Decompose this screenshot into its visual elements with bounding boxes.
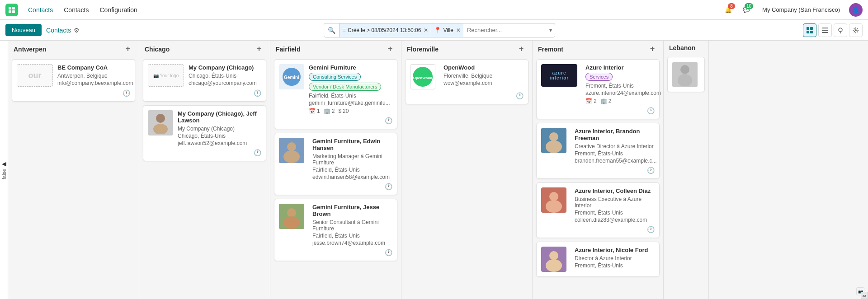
card-openwood[interactable]: OpenWood OpenWood Florenville, Belgique …: [405, 59, 528, 104]
kanban-view-btn[interactable]: [803, 23, 816, 37]
kanban-icon: [807, 27, 813, 33]
search-icon[interactable]: 🔍: [324, 27, 339, 34]
settings-icon: [853, 27, 859, 33]
contacts-settings-icon[interactable]: ⚙: [74, 27, 80, 34]
svg-text:OpenWood: OpenWood: [413, 76, 433, 80]
be-company-location: Antwerpen, Belgique: [57, 73, 133, 79]
svg-rect-0: [9, 7, 11, 9]
tag-services: Services: [585, 73, 613, 81]
clock-icon[interactable]: 🕐: [647, 167, 655, 174]
col-add-fairfield[interactable]: +: [385, 44, 396, 54]
column-antwerpen: Antwerpen + our BE Company CoA Antwerpen…: [8, 41, 139, 299]
col-title-chicago: Chicago: [145, 46, 170, 53]
col-cards-chicago: 📷 Your logo My Company (Chicago) Chicago…: [139, 57, 270, 299]
column-fremont: Fremont + azureinterior Azure Interior S…: [533, 41, 664, 299]
breadcrumb-contacts-label[interactable]: Contacts: [46, 27, 71, 34]
svg-point-15: [153, 124, 168, 134]
card-jeff-lawson[interactable]: 📷 My Company (Chicago), Jeff Lawson My C…: [143, 105, 266, 161]
colleen-role: Business Executive à Azure Interior: [575, 196, 655, 209]
clock-icon[interactable]: 🕐: [647, 226, 655, 233]
company-selector[interactable]: My Company (San Francisco): [758, 5, 844, 15]
sidebar-toggle[interactable]: ◀ false: [0, 41, 8, 299]
svg-point-14: [156, 114, 165, 123]
clock-icon[interactable]: 🕐: [254, 149, 261, 156]
card-azure-interior[interactable]: azureinterior Azure Interior Services Fr…: [536, 59, 660, 119]
col-cards-antwerpen: our BE Company CoA Antwerpen, Belgique i…: [8, 57, 139, 299]
filter-city-close[interactable]: ✕: [456, 27, 461, 33]
col-header-lebanon: Lebanon: [664, 41, 708, 55]
card-jesse-brown[interactable]: Gemini Furniture, Jesse Brown Senior Con…: [274, 199, 397, 261]
clock-icon[interactable]: 🕐: [385, 249, 392, 256]
col-cards-fremont: azureinterior Azure Interior Services Fr…: [533, 57, 663, 299]
colleen-name: Azure Interior, Colleen Diaz: [575, 187, 655, 194]
card-colleen-diaz[interactable]: Azure Interior, Colleen Diaz Business Ex…: [536, 182, 660, 238]
col-add-antwerpen[interactable]: +: [123, 44, 133, 54]
col-title-fairfield: Fairfield: [276, 46, 300, 53]
svg-point-13: [855, 29, 857, 31]
notification-bell[interactable]: 🔔 8: [722, 3, 735, 17]
navbar-right: 🔔 8 💬 10 My Company (San Francisco) 👤: [722, 3, 863, 17]
svg-text:Gemini: Gemini: [284, 75, 299, 80]
search-box: 🔍 ≡ Créé le > 08/05/2024 13:50:06 ✕ 📍 Vi…: [324, 23, 555, 37]
meta-building: 🏢 2: [324, 108, 335, 114]
svg-point-31: [546, 200, 562, 213]
clock-icon[interactable]: 🕐: [254, 89, 261, 97]
col-add-chicago[interactable]: +: [254, 44, 264, 54]
svg-point-33: [549, 251, 558, 260]
anon-avatar: [672, 62, 698, 87]
card-nicole-ford[interactable]: Azure Interior, Nicole Ford Director à A…: [536, 242, 660, 277]
toggle-arrow: ◀: [2, 160, 6, 167]
card-lebanon-anon[interactable]: [667, 57, 705, 92]
jesse-email: jesse.brown74@example.com: [312, 240, 392, 246]
sidebar-toggle-label: false: [1, 169, 7, 179]
gemini-name: Gemini Furniture: [309, 64, 392, 71]
column-fairfield: Fairfield + Gemini Gemini Furniture Cons…: [270, 41, 401, 299]
clock-icon[interactable]: 🕐: [647, 107, 655, 114]
view-controls: [803, 23, 863, 37]
navbar: Contacts Contacts Configuration 🔔 8 💬 10…: [0, 0, 868, 20]
svg-rect-8: [822, 28, 828, 28]
card-my-company-chicago[interactable]: 📷 Your logo My Company (Chicago) Chicago…: [143, 59, 266, 102]
search-dropdown-btn[interactable]: ▾: [547, 27, 555, 33]
filter-date-close[interactable]: ✕: [424, 27, 428, 33]
col-title-florenville: Florenville: [407, 46, 439, 53]
notification-chat[interactable]: 💬 10: [740, 3, 753, 17]
jeff-lawson-location: Chicago, États-Unis: [178, 133, 261, 139]
svg-rect-4: [807, 27, 809, 30]
new-button[interactable]: Nouveau: [5, 24, 42, 36]
clock-icon[interactable]: 🕐: [123, 89, 130, 97]
svg-point-19: [287, 142, 296, 151]
col-add-florenville[interactable]: +: [516, 44, 527, 54]
clock-icon[interactable]: 🕐: [385, 117, 392, 124]
list-view-btn[interactable]: [818, 23, 832, 37]
svg-point-11: [839, 28, 842, 32]
edwin-name: Gemini Furniture, Edwin Hansen: [312, 138, 392, 151]
jeff-photo: [148, 110, 173, 135]
card-gemini-furniture[interactable]: Gemini Gemini Furniture Consulting Servi…: [274, 59, 397, 129]
map-view-btn[interactable]: [834, 23, 847, 37]
card-edwin-hansen[interactable]: Gemini Furniture, Edwin Hansen Marketing…: [274, 133, 397, 195]
svg-point-30: [549, 192, 558, 201]
user-avatar[interactable]: 👤: [849, 3, 863, 17]
svg-point-22: [287, 208, 296, 217]
gemini-email: gemini_furniture@fake.geminifu...: [309, 100, 392, 106]
svg-point-34: [546, 259, 562, 272]
settings-view-btn[interactable]: [849, 23, 863, 37]
nav-configuration[interactable]: Configuration: [95, 5, 142, 15]
filter-city-icon: 📍: [434, 27, 441, 33]
clock-icon[interactable]: 🕐: [516, 92, 524, 99]
openwood-location: Florenville, Belgique: [443, 73, 524, 79]
nav-contacts-menu[interactable]: Contacts: [59, 5, 93, 15]
search-input[interactable]: [463, 27, 547, 33]
col-add-fremont[interactable]: +: [647, 44, 658, 54]
brandon-location: Fremont, États-Unis: [575, 150, 657, 157]
clock-icon[interactable]: 🕐: [385, 183, 392, 190]
my-company-chicago-location: Chicago, États-Unis: [189, 73, 261, 79]
col-header-chicago: Chicago +: [139, 41, 270, 57]
card-brandon-freeman[interactable]: az Azure Interior, Brandon Freeman Creat…: [536, 123, 660, 179]
kanban-wrapper: ◀ false Antwerpen + our BE Company CoA: [0, 41, 868, 299]
card-be-company[interactable]: our BE Company CoA Antwerpen, Belgique i…: [12, 59, 135, 102]
col-header-fairfield: Fairfield +: [270, 41, 401, 57]
nav-contacts[interactable]: Contacts: [24, 5, 57, 15]
app-icon[interactable]: [5, 4, 18, 16]
